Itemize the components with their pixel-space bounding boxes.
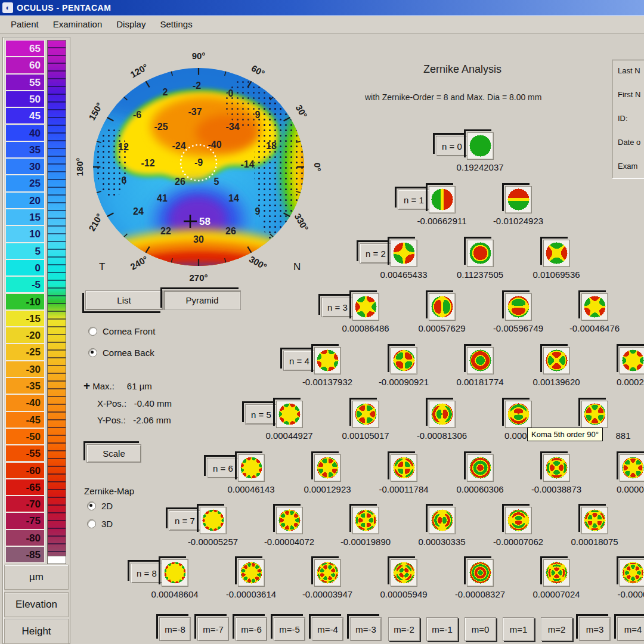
patient-field-label: ID: <box>618 114 628 123</box>
svg-text:2: 2 <box>163 87 168 97</box>
m-frequency-button--8[interactable]: m=-8 <box>159 617 191 641</box>
m-frequency-button-1[interactable]: m=1 <box>503 617 534 641</box>
m-frequency-button--2[interactable]: m=-2 <box>388 617 420 641</box>
scale-button[interactable]: Scale <box>86 444 141 463</box>
menu-item-display[interactable]: Display <box>110 17 151 31</box>
zernike-icon-n6-m2[interactable] <box>543 454 570 482</box>
zernike-coefficient-n5-m-1: -0.00081306 <box>417 431 467 441</box>
radio-cornea-front[interactable]: Cornea Front <box>88 326 155 336</box>
svg-text:90°: 90° <box>192 51 206 61</box>
zernike-icon-n5-m1[interactable] <box>505 401 532 428</box>
radio-3d[interactable]: 3D <box>87 519 113 529</box>
m-frequency-button--6[interactable]: m=-6 <box>236 617 267 641</box>
zernike-coefficient-n5-m-5: 0.00044927 <box>265 431 312 441</box>
nasal-label: N <box>293 261 301 273</box>
zernike-icon-n7-m-3[interactable] <box>352 507 379 534</box>
n-order-button-3[interactable]: n = 3 <box>321 297 354 317</box>
zernike-icon-n8-m4[interactable] <box>620 559 644 587</box>
height-button[interactable]: Height <box>4 619 69 644</box>
zernike-icon-n8-m2[interactable] <box>543 559 570 587</box>
m-frequency-button-2[interactable]: m=2 <box>541 617 572 641</box>
n-order-button-4[interactable]: n = 4 <box>283 351 315 371</box>
zernike-coefficient-n4-m-4: -0.00137932 <box>302 377 352 387</box>
zernike-icon-n3-m3[interactable] <box>581 293 608 321</box>
zernike-icon-n6-m4[interactable] <box>620 454 644 482</box>
zernike-icon-n4-m-4[interactable] <box>314 347 341 374</box>
zernike-icon-n6-m0[interactable] <box>467 454 494 482</box>
m-frequency-button--7[interactable]: m=-7 <box>197 617 229 641</box>
scale-entry: 10 <box>5 225 45 242</box>
scale-entry: 45 <box>5 107 45 124</box>
zernike-icon-n6-m-6[interactable] <box>238 454 265 482</box>
title-bar: ◐ OCULUS - PENTACAM <box>0 0 644 16</box>
n-order-button-7[interactable]: n = 7 <box>169 510 201 531</box>
n-order-button-6[interactable]: n = 6 <box>207 458 239 478</box>
m-frequency-button--3[interactable]: m=-3 <box>350 617 382 641</box>
svg-text:240°: 240° <box>129 254 150 272</box>
zernike-icon-n2-m2[interactable] <box>543 240 570 267</box>
zernike-icon-n7-m-1[interactable] <box>429 507 456 534</box>
zernike-icon-n4-m2[interactable] <box>543 347 570 374</box>
zernike-icon-n3-m-3[interactable] <box>352 293 379 321</box>
m-frequency-button-0[interactable]: m=0 <box>465 617 496 641</box>
zernike-icon-n5-m3[interactable] <box>581 401 608 428</box>
zernike-icon-n8-m0[interactable] <box>467 559 494 587</box>
zernike-icon-n3-m1[interactable] <box>505 293 532 321</box>
radio-3d-circle[interactable] <box>87 519 96 528</box>
zernike-icon-n3-m-1[interactable] <box>429 293 456 321</box>
m-frequency-button-3[interactable]: m=3 <box>579 617 611 641</box>
radio-cornea-back[interactable]: Cornea Back <box>88 348 154 358</box>
zernike-icon-n8-m-8[interactable] <box>162 559 188 587</box>
m-frequency-button--5[interactable]: m=-5 <box>274 617 305 641</box>
zernike-icon-n2-m0[interactable] <box>467 240 494 267</box>
menu-item-settings[interactable]: Settings <box>154 17 198 31</box>
zernike-icon-n8-m-6[interactable] <box>238 559 265 587</box>
zernike-icon-n1-m1[interactable] <box>505 186 532 213</box>
radio-cornea-back-circle[interactable] <box>88 348 97 357</box>
radio-cornea-front-circle[interactable] <box>88 327 97 336</box>
radio-2d-circle[interactable] <box>87 501 96 510</box>
n-order-button-5[interactable]: n = 5 <box>245 404 277 425</box>
svg-text:-12: -12 <box>141 158 154 168</box>
zernike-icon-n5-m-3[interactable] <box>352 401 379 428</box>
scale-entry: -80 <box>5 530 45 546</box>
zernike-icon-n8-m-2[interactable] <box>391 559 417 587</box>
zernike-coefficient-n6-m0: 0.00060306 <box>456 484 503 494</box>
zernike-icon-n6-m-4[interactable] <box>314 454 341 482</box>
n-order-button-0[interactable]: n = 0 <box>436 136 468 156</box>
n-order-button-1[interactable]: n = 1 <box>398 190 430 210</box>
zernike-icon-n5-m-1[interactable] <box>429 401 456 428</box>
zernike-icon-n7-m1[interactable] <box>505 507 532 534</box>
zernike-icon-n7-m3[interactable] <box>581 507 608 534</box>
svg-text:330°: 330° <box>293 212 311 233</box>
zernike-icon-n0-m0[interactable] <box>467 132 494 160</box>
zernike-icon-n7-m-7[interactable] <box>200 507 227 534</box>
menu-item-examination[interactable]: Examination <box>47 17 109 31</box>
menu-item-patient[interactable]: Patient <box>5 17 45 31</box>
m-frequency-button--4[interactable]: m=-4 <box>312 617 343 641</box>
svg-text:-34: -34 <box>225 122 239 132</box>
tab-pyramid[interactable]: Pyramid <box>163 290 241 310</box>
zernike-icon-n5-m-5[interactable] <box>276 401 303 428</box>
n-order-button-2[interactable]: n = 2 <box>360 243 392 264</box>
svg-text:-40: -40 <box>208 140 221 150</box>
radio-2d[interactable]: 2D <box>87 501 113 511</box>
zernike-icon-n2-m-2[interactable] <box>391 240 417 267</box>
elevation-button[interactable]: Elevation <box>4 592 69 617</box>
zernike-icon-n6-m-2[interactable] <box>391 454 417 482</box>
svg-text:9: 9 <box>255 206 261 216</box>
zernike-icon-n4-m0[interactable] <box>467 347 494 374</box>
zernike-coefficient-n2-m0: 0.11237505 <box>457 270 503 280</box>
page-title: Zernike Analysis <box>423 63 501 76</box>
zernike-icon-n8-m-4[interactable] <box>314 559 341 587</box>
zernike-icon-n4-m4[interactable] <box>620 347 644 374</box>
m-frequency-button--1[interactable]: m=-1 <box>426 617 458 641</box>
zernike-icon-n1-m-1[interactable] <box>429 186 456 213</box>
scale-entry: -35 <box>5 377 45 394</box>
tab-list[interactable]: List <box>85 290 163 310</box>
unit-um-button[interactable]: µm <box>4 565 69 590</box>
n-order-button-8[interactable]: n = 8 <box>131 563 163 583</box>
zernike-icon-n7-m-5[interactable] <box>276 507 303 534</box>
zernike-icon-n4-m-2[interactable] <box>391 347 417 374</box>
m-frequency-button-4[interactable]: m=4 <box>617 617 644 641</box>
